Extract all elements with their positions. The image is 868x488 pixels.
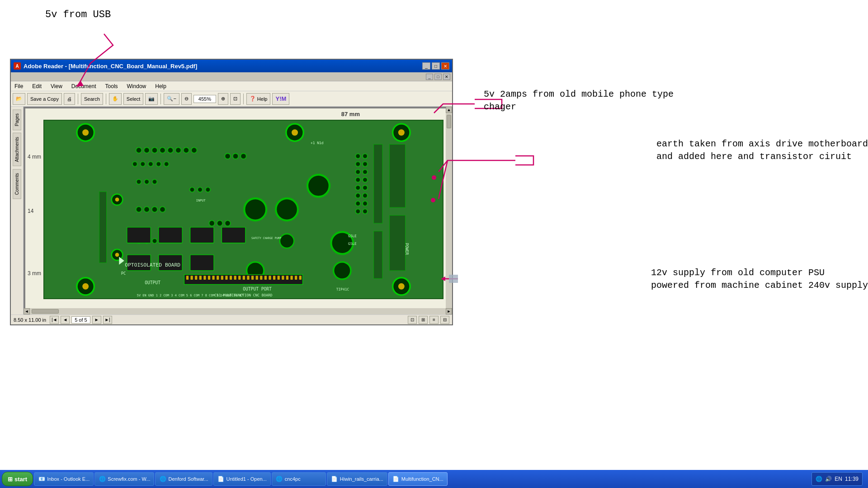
pdf-viewer: 87 mm 4 mm 3 mm 14 [24,107,452,314]
status-btn-3[interactable]: ≡ [429,316,439,324]
select-button[interactable]: Select [123,93,144,105]
svg-point-9 [82,283,89,290]
status-right: ⊡ ⊞ ≡ ⊟ [408,316,449,324]
taskbar-item-4[interactable]: 🌐 cnc4pc [272,472,326,486]
scroll-thumb-v[interactable] [447,115,451,128]
snapshot-button[interactable]: 📷 [145,93,158,105]
close-button[interactable]: ✕ [441,62,449,70]
zoom-value[interactable]: 455% [193,95,216,103]
svg-point-34 [175,147,181,153]
svg-rect-79 [230,276,232,280]
save-copy-button[interactable]: Save a Copy [27,93,62,105]
hand-tool[interactable]: ✋ [109,93,122,105]
attachments-tab[interactable]: Attachments [13,133,21,166]
svg-point-112 [363,185,367,190]
taskbar-label-0: Inbox - Outlook E... [47,476,90,482]
svg-rect-77 [221,276,223,280]
prev-page-button[interactable]: ◄ [61,316,70,324]
svg-point-7 [82,129,89,136]
taskbar-item-0[interactable]: 📧 Inbox - Outlook E... [34,472,94,486]
menu-bar: File Edit View Document Tools Window Hel… [11,81,452,91]
mdi-minimize[interactable]: _ [426,74,433,80]
status-btn-4[interactable]: ⊟ [440,316,449,324]
menu-help[interactable]: Help [153,82,168,90]
maximize-button[interactable]: □ [432,62,440,70]
menu-tools[interactable]: Tools [104,82,120,90]
svg-rect-27 [99,192,107,263]
yahoo-button[interactable]: Y!M [272,93,289,105]
minimize-button[interactable]: _ [422,62,430,70]
svg-rect-98 [390,144,406,207]
print-button[interactable]: 🖨 [64,93,75,105]
vertical-scrollbar[interactable]: ▲ ▼ [446,107,452,314]
svg-point-43 [233,153,238,159]
open-button[interactable]: 📂 [13,93,25,105]
start-button[interactable]: ⊞ start [2,472,33,486]
svg-rect-63 [190,227,214,243]
svg-point-25 [334,262,351,279]
menu-document[interactable]: Document [70,82,98,90]
page-indicator[interactable]: 5 of 5 [71,316,90,324]
pcb-green-board: OPTOISOLATED BOARD OUTPUT OUTPUT PORT C1… [43,120,443,299]
mdi-close[interactable]: ✕ [443,74,450,80]
menu-edit[interactable]: Edit [30,82,43,90]
sep4 [243,94,244,104]
sep3 [160,94,161,104]
svg-point-104 [356,185,360,190]
pages-tab[interactable]: Pages [13,109,21,130]
search-button[interactable]: Search [81,93,103,105]
volume-icon: 🔊 [825,476,832,482]
horizontal-scrollbar[interactable]: ◄ ► [24,308,452,314]
svg-point-40 [156,162,160,166]
menu-window[interactable]: Window [125,82,148,90]
svg-rect-99 [390,216,406,271]
svg-point-105 [356,193,360,198]
svg-rect-87 [264,276,267,280]
svg-rect-88 [269,276,271,280]
scroll-thumb-h[interactable] [32,309,59,314]
last-page-button[interactable]: ►| [103,316,112,324]
taskbar-item-3[interactable]: 📄 Untitled1 - Open... [213,472,271,486]
taskbar-item-6[interactable]: 📄 Multifunction_CN... [388,472,448,486]
status-btn-1[interactable]: ⊡ [408,316,417,324]
status-btn-2[interactable]: ⊞ [419,316,428,324]
help-button[interactable]: ❓ Help [246,93,271,105]
taskbar-label-5: Hiwin_rails_carria... [340,476,383,482]
next-page-button[interactable]: ► [92,316,101,324]
svg-rect-64 [222,227,245,243]
dim-87mm-label: 87 mm [341,111,360,117]
scroll-up-button[interactable]: ▲ [446,107,452,113]
taskbar-item-1[interactable]: 🌐 Screwfix.com - W... [94,472,154,486]
menu-file[interactable]: File [13,82,25,90]
comments-tab[interactable]: Comments [13,169,21,199]
svg-point-115 [363,209,367,214]
svg-point-111 [363,178,367,182]
svg-rect-62 [159,227,182,243]
status-bar: 8.50 x 11.00 in |◄ ◄ 5 of 5 ► ►| ⊡ ⊞ ≡ ⊟ [11,314,452,324]
taskbar-label-6: Multifunction_CN... [401,476,443,482]
taskbar-item-5[interactable]: 📄 Hiwin_rails_carria... [327,472,387,486]
title-bar-left: A Adobe Reader - [Multifunction_CNC_Boar… [14,62,197,70]
first-page-button[interactable]: |◄ [50,316,59,324]
svg-rect-90 [278,276,280,280]
network-icon: 🌐 [816,476,822,482]
dim-4mm-label: 4 mm [28,154,41,160]
scroll-left-button[interactable]: ◄ [24,308,30,314]
svg-point-30 [144,147,149,153]
menu-view[interactable]: View [49,82,64,90]
svg-rect-73 [203,276,206,280]
svg-point-102 [356,169,360,174]
mdi-maximize[interactable]: □ [434,74,442,80]
scroll-right-button[interactable]: ► [446,308,452,314]
taskbar: ⊞ start 📧 Inbox - Outlook E... 🌐 Screwfi… [0,470,868,488]
taskbar-label-1: Screwfix.com - W... [108,476,150,482]
zoom-in-button[interactable]: ⊕ [218,93,228,105]
fit-page-button[interactable]: ⊡ [230,93,241,105]
svg-point-106 [356,201,360,206]
sep2 [106,94,106,104]
zoom-out-button[interactable]: 🔍− [164,93,179,105]
taskbar-item-2[interactable]: 🌐 Denford Softwar... [155,472,212,486]
start-icon: ⊞ [8,476,13,483]
zoom-in-btn-sm[interactable]: ⊖ [181,93,192,105]
svg-point-46 [144,179,149,184]
